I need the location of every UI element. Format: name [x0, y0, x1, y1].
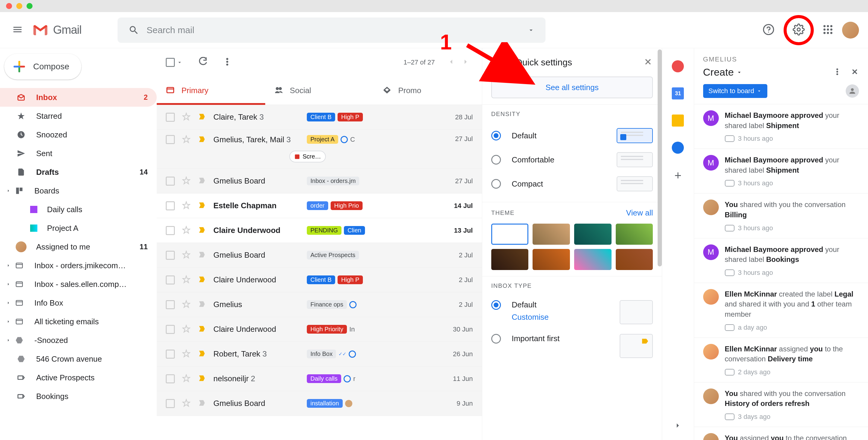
add-sidepanel-button[interactable]: +	[675, 169, 681, 182]
star-button[interactable]	[182, 135, 190, 145]
email-row[interactable]: Estelle ChapmanorderHigh Prio14 Jul	[157, 193, 482, 218]
help-button[interactable]	[763, 24, 775, 37]
density-option-default[interactable]: Default	[491, 124, 653, 148]
gmelius-feed-item[interactable]: You shared with you the conversation Bil…	[694, 193, 868, 238]
tab-social[interactable]: Social	[265, 76, 374, 104]
star-button[interactable]	[182, 275, 190, 285]
email-checkbox[interactable]	[166, 113, 175, 122]
important-marker[interactable]	[198, 399, 206, 408]
star-button[interactable]	[182, 374, 190, 384]
star-button[interactable]	[182, 324, 190, 334]
gmelius-feed-item[interactable]: You shared with you the conversation His…	[694, 382, 868, 427]
sidebar-item-sent[interactable]: Sent	[0, 144, 157, 163]
mac-minimize-button[interactable]	[16, 3, 22, 9]
gmelius-user-avatar[interactable]	[846, 84, 859, 98]
quick-settings-scrollbar[interactable]	[658, 50, 662, 266]
email-row[interactable]: Gmelius, Tarek, Mail 3Project ACScre…27 …	[157, 130, 482, 169]
email-row[interactable]: Claire, Tarek 3Client BHigh P28 Jul	[157, 105, 482, 130]
tasks-sidepanel-icon[interactable]	[672, 142, 684, 154]
important-marker[interactable]	[198, 349, 206, 359]
gmelius-feed-item[interactable]: MMichael Baymoore approved your shared l…	[694, 239, 868, 283]
select-all-checkbox[interactable]	[166, 58, 175, 67]
theme-thumb[interactable]	[616, 224, 653, 245]
email-checkbox[interactable]	[166, 399, 175, 408]
email-row[interactable]: Claire UnderwoodHigh PriorityIn30 Jun	[157, 317, 482, 342]
select-all-dropdown[interactable]	[166, 58, 183, 67]
email-checkbox[interactable]	[166, 374, 175, 383]
gmelius-feed-item[interactable]: Ellen McKinnar assigned you to the conve…	[694, 338, 868, 382]
important-marker[interactable]	[198, 250, 206, 260]
theme-thumb[interactable]	[616, 249, 653, 270]
theme-thumb[interactable]	[574, 224, 612, 245]
email-row[interactable]: GmeliusFinance ops2 Jul	[157, 292, 482, 317]
expand-sidepanel-button[interactable]	[674, 421, 682, 431]
tab-primary[interactable]: Primary	[157, 76, 265, 104]
star-button[interactable]	[182, 201, 190, 211]
star-button[interactable]	[182, 349, 190, 359]
sidebar-item-inbox-sales-ellen-comp-[interactable]: Inbox - sales.ellen.comp…	[0, 275, 157, 293]
email-checkbox[interactable]	[166, 251, 175, 260]
quick-settings-close-button[interactable]	[643, 57, 653, 68]
star-button[interactable]	[182, 399, 190, 408]
inbox-type-option-important-first[interactable]: Important first	[491, 329, 653, 363]
calendar-sidepanel-icon[interactable]: 31	[672, 87, 684, 99]
sidebar-item-all-ticketing-emails[interactable]: All ticketing emails	[0, 312, 157, 331]
radio-button[interactable]	[491, 334, 501, 344]
theme-thumb[interactable]	[491, 249, 529, 270]
gmelius-create-dropdown[interactable]: Create	[703, 66, 742, 78]
email-checkbox[interactable]	[166, 276, 175, 284]
email-row[interactable]: Claire UnderwoodPENDINGClien13 Jul	[157, 218, 482, 243]
important-marker[interactable]	[198, 176, 206, 186]
important-marker[interactable]	[198, 113, 206, 122]
gmelius-feed-item[interactable]: MMichael Baymoore approved your shared l…	[694, 104, 868, 149]
important-marker[interactable]	[198, 135, 206, 145]
sidebar-item-bookings[interactable]: Bookings	[0, 387, 157, 406]
more-options-button[interactable]	[222, 57, 232, 68]
email-checkbox[interactable]	[166, 135, 175, 144]
important-marker[interactable]	[198, 374, 206, 384]
radio-button[interactable]	[491, 155, 501, 164]
search-options-dropdown[interactable]	[527, 27, 535, 34]
sidebar-item-snoozed[interactable]: Snoozed	[0, 125, 157, 144]
refresh-button[interactable]	[198, 57, 207, 68]
density-option-compact[interactable]: Compact	[491, 172, 653, 196]
gmelius-feed-item[interactable]: Ellen McKinnar created the label Legal a…	[694, 283, 868, 338]
keep-sidepanel-icon[interactable]	[672, 115, 684, 127]
star-button[interactable]	[182, 226, 190, 235]
compose-button[interactable]: Compose	[4, 54, 82, 80]
sidebar-item-drafts[interactable]: Drafts14	[0, 163, 157, 182]
email-row[interactable]: Gmelius Boardinstallation9 Jun	[157, 391, 482, 416]
sidebar-item-active-prospects[interactable]: Active Prospects	[0, 368, 157, 387]
important-marker[interactable]	[198, 275, 206, 285]
star-button[interactable]	[182, 113, 190, 122]
sidebar-item-assigned-to-me[interactable]: Assigned to me11	[0, 238, 157, 256]
gmail-logo[interactable]: Gmail	[32, 24, 82, 36]
email-checkbox[interactable]	[166, 201, 175, 210]
email-checkbox[interactable]	[166, 177, 175, 186]
email-row[interactable]: Gmelius BoardInbox - orders.jm27 Jul	[157, 169, 482, 193]
email-checkbox[interactable]	[166, 350, 175, 358]
gmelius-close-button[interactable]	[850, 67, 859, 77]
radio-button[interactable]	[491, 300, 501, 310]
mac-maximize-button[interactable]	[27, 3, 33, 9]
attachment-chip[interactable]: Scre…	[289, 151, 326, 162]
important-marker[interactable]	[198, 226, 206, 235]
email-row[interactable]: Claire UnderwoodClient BHigh P2 Jul	[157, 268, 482, 292]
theme-thumb[interactable]	[532, 224, 570, 245]
gmelius-feed-item[interactable]: MMichael Baymoore approved your shared l…	[694, 149, 868, 193]
sidebar-item-boards[interactable]: Boards	[0, 182, 157, 200]
important-marker[interactable]	[198, 324, 206, 334]
account-avatar[interactable]	[842, 22, 859, 38]
sidebar-item-daily-calls[interactable]: Daily calls	[0, 200, 157, 219]
email-row[interactable]: Robert, Tarek 3Info Box✓✓26 Jun	[157, 342, 482, 367]
prev-page-button[interactable]	[447, 58, 456, 67]
main-menu-button[interactable]	[12, 24, 23, 36]
star-button[interactable]	[182, 176, 190, 186]
gmelius-feed-item[interactable]: You assigned you to the conversation	[694, 427, 868, 440]
settings-button[interactable]	[793, 24, 805, 37]
email-row[interactable]: Gmelius BoardActive Prospects2 Jul	[157, 243, 482, 268]
apps-grid-button[interactable]	[823, 24, 833, 36]
search-bar[interactable]	[118, 18, 546, 43]
sidebar-item-info-box[interactable]: Info Box	[0, 293, 157, 312]
switch-to-board-button[interactable]: Switch to board	[703, 84, 768, 98]
